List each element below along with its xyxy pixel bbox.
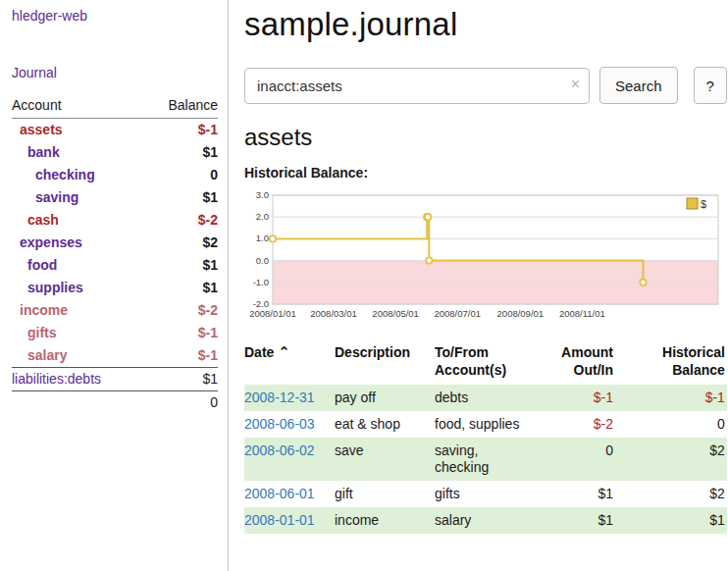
transaction-amount: $1 [537,507,621,534]
transaction-accounts: gifts [435,481,537,507]
transaction-row: 2008-06-03 eat & shop food, supplies $-2… [244,411,727,438]
historical-balance-column-header: Historical Balance [621,341,727,385]
clear-search-icon[interactable]: × [571,77,580,92]
chart-marker [640,280,646,286]
account-row: income $-2 [12,299,218,322]
transaction-balance: 0 [621,411,727,438]
date-column-label: Date [244,344,274,360]
account-row: checking 0 [12,164,218,186]
transaction-amount: $-2 [537,411,621,438]
amount-column-header: Amount Out/In [537,341,621,385]
account-row: bank $1 [12,141,218,164]
page-title: sample.journal [244,6,727,43]
account-link[interactable]: gifts [12,325,57,341]
transaction-date-link[interactable]: 2008-06-01 [244,486,315,501]
transaction-accounts: debts [435,385,537,411]
account-balance: $-1 [144,119,218,142]
account-balance: $2 [144,232,218,254]
account-link[interactable]: expenses [12,234,82,251]
account-link[interactable]: checking [12,167,95,183]
transaction-row: 2008-01-01 income salary $1 $1 [244,507,727,534]
account-balance: $1 [144,254,218,277]
account-balance: $1 [144,186,218,209]
transaction-amount: $1 [537,481,621,507]
transaction-amount: 0 [537,438,621,481]
search-input-wrap: × [244,68,590,104]
transaction-description: eat & shop [335,411,435,438]
account-row: supplies $1 [12,277,218,299]
chart-marker [270,235,276,241]
account-balance: $-1 [144,344,218,368]
search-button[interactable]: Search [599,67,678,104]
account-row: salary $-1 [12,344,218,368]
sidebar: hledger-web Journal Account Balance asse… [0,0,229,571]
account-link[interactable]: food [12,257,57,274]
transaction-date-link[interactable]: 2008-06-02 [244,442,315,458]
balance-column-header: Balance [144,94,218,119]
account-link[interactable]: income [12,302,68,319]
account-table-header-row: Account Balance [12,94,218,119]
search-input[interactable] [244,68,590,104]
total-row: 0 [12,391,218,415]
chart-xtick-label: 2008/09/01 [497,308,545,319]
account-link[interactable]: bank [12,144,60,161]
account-link[interactable]: salary [12,347,67,364]
transaction-description: income [335,507,435,534]
help-button[interactable]: ? [694,67,727,104]
hledger-web-app: hledger-web Journal Account Balance asse… [0,0,728,571]
chart-legend-label: $ [701,198,706,210]
transaction-amount: $-1 [537,385,621,411]
transaction-date-link[interactable]: 2008-01-01 [244,512,315,528]
transaction-description: save [335,438,435,481]
chart-xtick-label: 2008/03/01 [310,308,357,319]
account-column-header: Account [12,94,144,119]
app-title-link[interactable]: hledger-web [12,8,218,24]
date-column-header[interactable]: Date ⌃ [244,341,335,385]
tofrom-column-header: To/From Account(s) [435,341,537,385]
chart-ytick-label: 3.0 [256,189,269,200]
chart-ytick-label: 1.0 [256,233,269,243]
account-balance: $-2 [144,209,218,232]
transaction-balance: $2 [621,481,727,507]
search-bar: × Search ? [244,67,727,104]
register-header-row: Date ⌃ Description To/From Account(s) Am… [244,341,727,385]
chart-ytick-label: -1.0 [253,277,269,287]
account-link[interactable]: saving [12,189,78,206]
account-row: gifts $-1 [12,322,218,344]
transaction-accounts: salary [435,507,537,534]
account-heading: assets [244,124,727,151]
account-row: saving $1 [12,186,218,209]
transaction-accounts: food, supplies [435,411,537,438]
historical-balance-chart: 3.02.01.00.0-1.0-2.02008/01/012008/03/01… [244,188,724,326]
transaction-row: 2008-06-01 gift gifts $1 $2 [244,481,727,507]
chart-xtick-label: 2008/05/01 [372,308,419,319]
description-column-header: Description [335,341,435,385]
chart-ytick-label: 0.0 [256,255,269,266]
account-link[interactable]: liabilities:debts [12,371,101,388]
transaction-row: 2008-06-02 save saving, checking 0 $2 [244,438,727,481]
account-link[interactable]: supplies [12,280,83,296]
chart-xtick-label: 2008/01/01 [249,308,296,319]
total-spacer [12,391,144,415]
account-link[interactable]: assets [12,122,63,138]
transaction-balance: $2 [621,438,727,481]
account-balance: 0 [144,164,218,186]
chart-marker [426,257,432,263]
chart-ytick-label: 2.0 [256,211,269,222]
nav-journal-link[interactable]: Journal [12,65,218,80]
transaction-date-link[interactable]: 2008-06-03 [244,416,315,432]
chart-xtick-label: 2008/11/01 [559,308,605,319]
account-balance: $1 [144,368,218,391]
account-row: cash $-2 [12,209,218,232]
account-row: food $1 [12,254,218,277]
sort-ascending-icon: ⌃ [278,343,290,360]
chart-title: Historical Balance: [244,165,727,181]
account-balance-table: Account Balance assets $-1 bank $1 check… [12,94,218,414]
account-link[interactable]: cash [12,212,59,229]
account-balance: $1 [144,277,218,299]
account-table-body: assets $-1 bank $1 checking 0 saving $1 … [12,119,218,391]
main-content: sample.journal × Search ? assets Histori… [229,0,728,571]
transaction-accounts: saving, checking [435,438,537,481]
account-row: liabilities:debts $1 [12,368,218,391]
transaction-date-link[interactable]: 2008-12-31 [244,389,315,405]
